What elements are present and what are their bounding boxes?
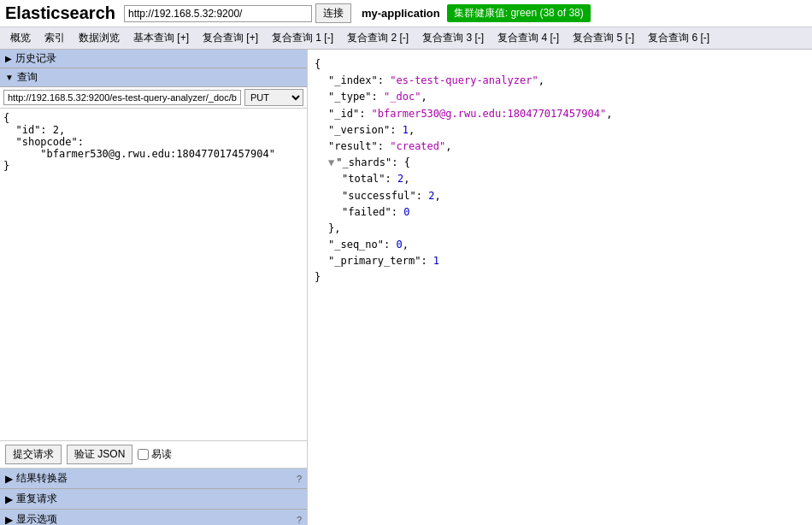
result-transform-left: ▶ 结果转换器 [5, 471, 68, 486]
result-shards-open: ▼"_shards": { [315, 155, 805, 171]
result-seqno-line: "_seq_no": 0, [315, 237, 805, 253]
app-name-label: my-application [362, 7, 440, 20]
query-url-input[interactable] [3, 90, 241, 105]
nav-tab-4[interactable]: 复合查询 [+] [196, 27, 265, 49]
query-editor[interactable]: { "id": 2, "shopcode": "bfarmer530@g.rwu… [0, 109, 307, 441]
query-label: 查询 [17, 70, 38, 85]
result-primaryterm-line: "_primary_term": 1 [315, 253, 805, 269]
easy-read-checkbox[interactable] [138, 449, 149, 460]
result-successful-line: "successful": 2, [315, 188, 805, 204]
query-toolbar: 提交请求 验证 JSON 易读 [0, 441, 307, 469]
health-badge: 集群健康值: green (38 of 38) [447, 4, 591, 22]
nav-tab-2[interactable]: 数据浏览 [72, 27, 127, 49]
nav-tab-10[interactable]: 复合查询 6 [-] [641, 27, 716, 49]
result-id-line: "_id": "bfarmer530@g.rwu.edu:18047701745… [315, 106, 805, 122]
history-arrow-icon: ▶ [5, 54, 12, 63]
result-transform-help-icon[interactable]: ? [297, 474, 302, 484]
history-section-header[interactable]: ▶ 历史记录 [0, 50, 307, 68]
history-label: 历史记录 [15, 51, 56, 66]
header: Elasticsearch 连接 my-application 集群健康值: g… [0, 0, 812, 27]
result-transform-section[interactable]: ▶ 结果转换器 ? [0, 469, 307, 489]
nav-tab-9[interactable]: 复合查询 5 [-] [566, 27, 641, 49]
main-layout: ▶ 历史记录 ▼ 查询 PUT GET POST DELETE HEAD { "… [0, 50, 812, 525]
nav-tab-0[interactable]: 概览 [3, 27, 38, 49]
nav-tab-5[interactable]: 复合查询 1 [-] [265, 27, 340, 49]
method-select[interactable]: PUT GET POST DELETE HEAD [244, 89, 303, 106]
repeat-request-arrow-icon: ▶ [5, 493, 13, 505]
nav-tab-6[interactable]: 复合查询 2 [-] [340, 27, 415, 49]
submit-request-button[interactable]: 提交请求 [5, 445, 62, 464]
result-line-open-brace: { [315, 56, 805, 73]
result-failed-line: "failed": 0 [315, 204, 805, 221]
connect-button[interactable]: 连接 [315, 3, 351, 23]
result-type-line: "_type": "_doc", [315, 89, 805, 105]
easy-read-checkbox-label[interactable]: 易读 [138, 447, 172, 462]
query-arrow-icon: ▼ [5, 73, 14, 82]
query-url-bar: PUT GET POST DELETE HEAD [0, 87, 307, 109]
repeat-request-left: ▶ 重复请求 [5, 492, 57, 506]
nav-tab-7[interactable]: 复合查询 3 [-] [415, 27, 491, 49]
query-section-header[interactable]: ▼ 查询 [0, 68, 307, 87]
server-url-input[interactable] [124, 5, 312, 22]
app-logo: Elasticsearch [5, 3, 115, 23]
result-close-brace: } [315, 269, 805, 286]
result-index-line: "_index": "es-test-query-analyzer", [315, 73, 805, 89]
result-shards-close: }, [315, 221, 805, 237]
nav-tab-8[interactable]: 复合查询 4 [-] [491, 27, 566, 49]
display-options-label: 显示选项 [16, 512, 57, 525]
left-panel: ▶ 历史记录 ▼ 查询 PUT GET POST DELETE HEAD { "… [0, 50, 308, 525]
display-options-left: ▶ 显示选项 [5, 512, 57, 525]
easy-read-label: 易读 [151, 447, 172, 462]
display-options-arrow-icon: ▶ [5, 514, 13, 526]
display-options-help-icon[interactable]: ? [297, 515, 302, 525]
nav-tab-1[interactable]: 索引 [38, 27, 72, 49]
display-options-section[interactable]: ▶ 显示选项 ? [0, 510, 307, 525]
right-panel: { "_index": "es-test-query-analyzer", "_… [308, 50, 812, 525]
result-transform-arrow-icon: ▶ [5, 473, 13, 485]
nav-tab-3[interactable]: 基本查询 [+] [127, 27, 196, 49]
nav-tabs: 概览索引数据浏览基本查询 [+]复合查询 [+]复合查询 1 [-]复合查询 2… [0, 27, 812, 50]
result-total-line: "total": 2, [315, 171, 805, 187]
result-transform-label: 结果转换器 [16, 471, 68, 486]
result-result-line: "result": "created", [315, 139, 805, 155]
result-version-line: "_version": 1, [315, 122, 805, 139]
repeat-request-label: 重复请求 [16, 492, 57, 506]
repeat-request-section[interactable]: ▶ 重复请求 [0, 489, 307, 510]
validate-json-button[interactable]: 验证 JSON [67, 445, 132, 464]
